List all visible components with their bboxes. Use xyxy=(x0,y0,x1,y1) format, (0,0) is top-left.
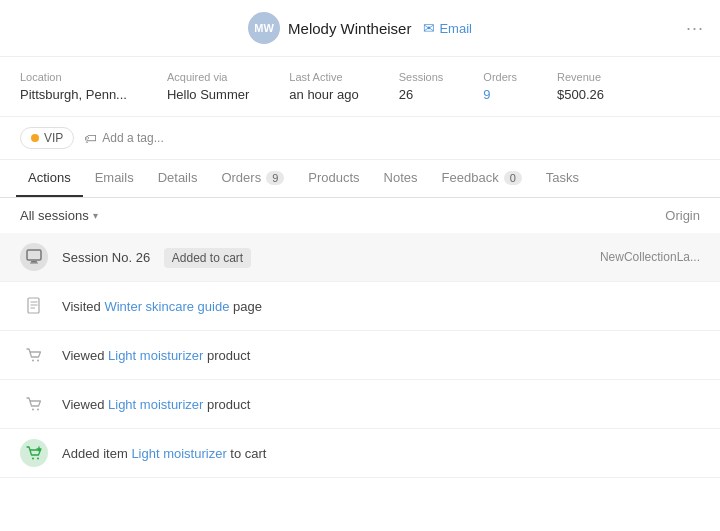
tab-details-label: Details xyxy=(158,170,198,185)
svg-rect-0 xyxy=(27,250,41,260)
email-button[interactable]: ✉ Email xyxy=(423,20,472,36)
meta-info-row: Location Pittsburgh, Penn... Acquired vi… xyxy=(0,57,720,117)
cart-icon-2 xyxy=(20,390,48,418)
cart-plus-icon xyxy=(20,439,48,467)
session-content: Session No. 26 Added to cart xyxy=(62,250,586,265)
viewed-text-before-1: Viewed xyxy=(62,348,108,363)
viewed-content-2: Viewed Light moisturizer product xyxy=(62,397,700,412)
tags-row: VIP 🏷 Add a tag... xyxy=(0,117,720,160)
vip-label: VIP xyxy=(44,131,63,145)
add-to-cart-content: Added item Light moisturizer to cart xyxy=(62,446,700,461)
add-to-cart-link[interactable]: Light moisturizer xyxy=(131,446,226,461)
meta-location-label: Location xyxy=(20,71,127,83)
meta-sessions: Sessions 26 xyxy=(399,71,444,102)
svg-point-12 xyxy=(37,458,39,460)
svg-point-8 xyxy=(37,360,39,362)
viewed-content-1: Viewed Light moisturizer product xyxy=(62,348,700,363)
vip-dot xyxy=(31,134,39,142)
email-icon: ✉ xyxy=(423,20,435,36)
svg-point-9 xyxy=(32,409,34,411)
cart-icon-1 xyxy=(20,341,48,369)
monitor-icon xyxy=(20,243,48,271)
viewed-product-row-1: Viewed Light moisturizer product xyxy=(0,331,720,380)
meta-last-active-value: an hour ago xyxy=(289,87,358,102)
add-to-cart-text-before: Added item xyxy=(62,446,131,461)
activity-list: Session No. 26 Added to cart NewCollecti… xyxy=(0,233,720,478)
tab-emails[interactable]: Emails xyxy=(83,160,146,197)
meta-orders: Orders 9 xyxy=(483,71,517,102)
tab-actions-label: Actions xyxy=(28,170,71,185)
header: MW Melody Wintheiser ✉ Email ··· xyxy=(0,0,720,57)
vip-tag[interactable]: VIP xyxy=(20,127,74,149)
visited-page-row: Visited Winter skincare guide page xyxy=(0,282,720,331)
email-label: Email xyxy=(439,21,472,36)
visited-link[interactable]: Winter skincare guide xyxy=(104,299,229,314)
tab-notes-label: Notes xyxy=(384,170,418,185)
tab-orders[interactable]: Orders 9 xyxy=(209,160,296,197)
meta-acquired: Acquired via Hello Summer xyxy=(167,71,249,102)
tab-orders-badge: 9 xyxy=(266,171,284,185)
tab-orders-label: Orders xyxy=(221,170,261,185)
tabs-row: Actions Emails Details Orders 9 Products… xyxy=(0,160,720,198)
tab-notes[interactable]: Notes xyxy=(372,160,430,197)
tab-feedback[interactable]: Feedback 0 xyxy=(430,160,534,197)
tab-feedback-label: Feedback xyxy=(442,170,499,185)
user-name: Melody Wintheiser xyxy=(288,20,411,37)
viewed-product-row-2: Viewed Light moisturizer product xyxy=(0,380,720,429)
more-button[interactable]: ··· xyxy=(686,18,704,39)
meta-location: Location Pittsburgh, Penn... xyxy=(20,71,127,102)
tab-details[interactable]: Details xyxy=(146,160,210,197)
meta-last-active-label: Last Active xyxy=(289,71,358,83)
filter-row: All sessions ▾ Origin xyxy=(0,198,720,233)
meta-sessions-value: 26 xyxy=(399,87,444,102)
svg-point-7 xyxy=(32,360,34,362)
svg-rect-2 xyxy=(30,263,38,264)
origin-filter: Origin xyxy=(665,208,700,223)
meta-revenue-value: $500.26 xyxy=(557,87,604,102)
svg-point-10 xyxy=(37,409,39,411)
tab-tasks-label: Tasks xyxy=(546,170,579,185)
meta-acquired-value: Hello Summer xyxy=(167,87,249,102)
add-tag-button[interactable]: 🏷 Add a tag... xyxy=(84,131,163,146)
tab-actions[interactable]: Actions xyxy=(16,160,83,197)
page-icon xyxy=(20,292,48,320)
meta-sessions-label: Sessions xyxy=(399,71,444,83)
tag-icon: 🏷 xyxy=(84,131,97,146)
avatar: MW xyxy=(248,12,280,44)
visited-content: Visited Winter skincare guide page xyxy=(62,299,700,314)
sessions-filter-label: All sessions xyxy=(20,208,89,223)
tab-feedback-badge: 0 xyxy=(504,171,522,185)
meta-location-value: Pittsburgh, Penn... xyxy=(20,87,127,102)
meta-last-active: Last Active an hour ago xyxy=(289,71,358,102)
visited-text-after: page xyxy=(229,299,262,314)
viewed-link-2[interactable]: Light moisturizer xyxy=(108,397,203,412)
session-row[interactable]: Session No. 26 Added to cart NewCollecti… xyxy=(0,233,720,282)
svg-point-11 xyxy=(32,458,34,460)
tab-products-label: Products xyxy=(308,170,359,185)
tab-products[interactable]: Products xyxy=(296,160,371,197)
svg-rect-1 xyxy=(31,261,37,263)
added-to-cart-badge: Added to cart xyxy=(164,248,251,268)
session-label: Session No. 26 xyxy=(62,250,150,265)
add-to-cart-row: Added item Light moisturizer to cart xyxy=(0,429,720,478)
viewed-link-1[interactable]: Light moisturizer xyxy=(108,348,203,363)
meta-acquired-label: Acquired via xyxy=(167,71,249,83)
tab-emails-label: Emails xyxy=(95,170,134,185)
meta-orders-label: Orders xyxy=(483,71,517,83)
session-origin: NewCollectionLa... xyxy=(600,250,700,264)
visited-text-before: Visited xyxy=(62,299,104,314)
chevron-down-icon: ▾ xyxy=(93,210,98,221)
tab-tasks[interactable]: Tasks xyxy=(534,160,591,197)
meta-orders-value: 9 xyxy=(483,87,517,102)
viewed-text-after-1: product xyxy=(203,348,250,363)
add-to-cart-text-after: to cart xyxy=(227,446,267,461)
add-tag-label: Add a tag... xyxy=(102,131,163,145)
viewed-text-before-2: Viewed xyxy=(62,397,108,412)
meta-revenue-label: Revenue xyxy=(557,71,604,83)
meta-revenue: Revenue $500.26 xyxy=(557,71,604,102)
sessions-filter[interactable]: All sessions ▾ xyxy=(20,208,98,223)
viewed-text-after-2: product xyxy=(203,397,250,412)
